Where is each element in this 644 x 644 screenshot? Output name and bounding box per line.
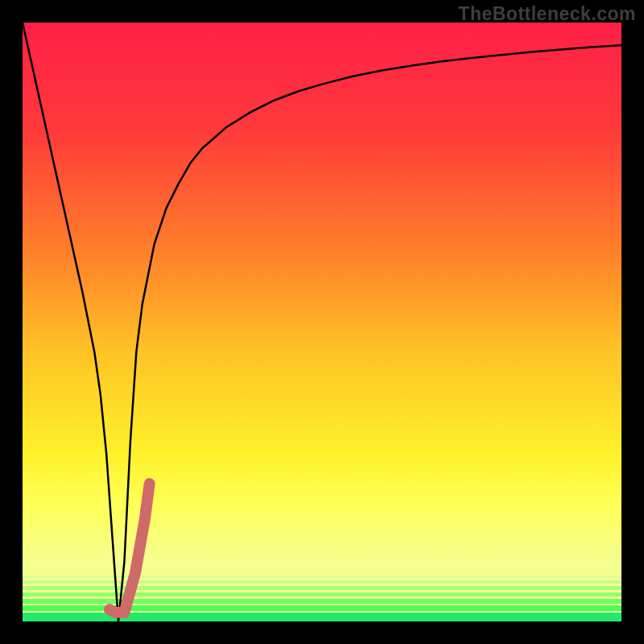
bottleneck-curve <box>23 23 621 621</box>
chart-curves <box>23 23 621 621</box>
watermark-text: TheBottleneck.com <box>458 3 636 25</box>
chart-frame: TheBottleneck.com <box>0 0 644 644</box>
plot-area <box>23 23 621 621</box>
